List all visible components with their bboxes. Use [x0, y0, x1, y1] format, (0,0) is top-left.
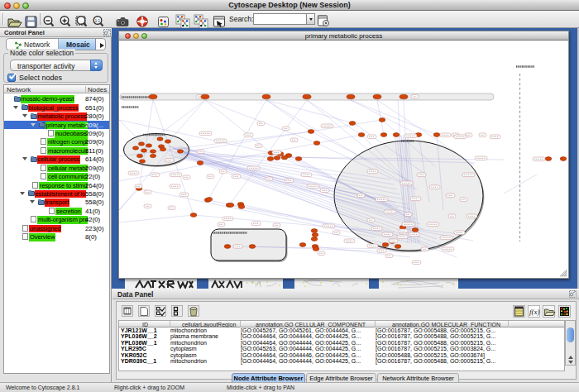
svg-text:f(x): f(x) — [529, 308, 540, 316]
svg-text:1:1: 1:1 — [95, 19, 101, 23]
